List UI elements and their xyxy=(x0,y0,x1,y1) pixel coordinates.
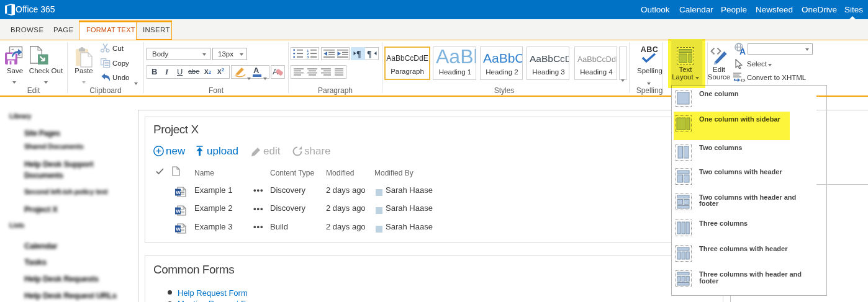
svg-text:3: 3 xyxy=(307,55,309,58)
svg-text:¶: ¶ xyxy=(356,50,361,58)
svg-text:W: W xyxy=(176,190,181,195)
svg-text:W: W xyxy=(176,208,181,213)
svg-text:¶: ¶ xyxy=(367,50,372,58)
svg-text:W: W xyxy=(176,226,181,232)
svg-text:A: A xyxy=(739,47,746,55)
